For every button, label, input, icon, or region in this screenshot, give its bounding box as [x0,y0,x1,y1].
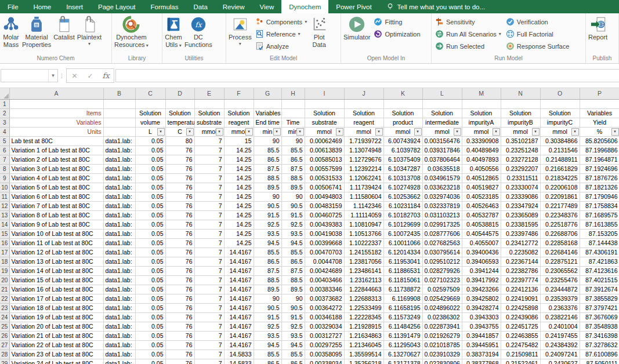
cell-M9[interactable]: 0.40512865 [462,173,501,183]
cell-P17[interactable]: 87.4306191 [580,247,619,257]
cell-K25[interactable]: 6.11484256 [383,322,422,331]
cell-F3[interactable]: reagent [224,118,254,127]
cell-D24[interactable]: 76 [165,312,194,322]
cell-C16[interactable]: 0.05 [135,238,165,247]
cell-C28[interactable]: 0.05 [135,350,165,359]
cell-K13[interactable]: 6.10182703 [383,210,422,220]
cell-A20[interactable]: Variation 15 of Lab test at 80C [9,275,103,285]
cell-A28[interactable]: Variation 23 of Lab test at 80C [9,350,103,359]
cell-I20[interactable]: 0.00403466 [305,275,344,285]
cell-L8[interactable]: 0.03635518 [422,164,462,173]
cell-N13[interactable]: 0.23365089 [501,210,540,220]
row-header-11[interactable]: 11 [0,192,9,201]
cell-G7[interactable]: 86.5 [254,155,281,164]
cell-E12[interactable]: 7 [194,201,224,210]
cell-G12[interactable]: 90.5 [254,201,281,210]
cell-B5[interactable]: data1.lab: [103,136,135,145]
row-header-2[interactable]: 2 [0,108,9,118]
cell-L24[interactable]: 0.02386302 [422,312,462,322]
cell-O29[interactable]: 0.2430627 [540,359,580,364]
cell-D1[interactable] [165,99,194,108]
cell-O26[interactable]: 0.24197455 [540,331,580,340]
cell-A12[interactable]: Variation 7 of Lab test at 80C [9,201,103,210]
cell-B22[interactable]: data1.lab: [103,294,135,303]
ribbon-tab-formulas[interactable]: Formulas [143,0,186,13]
cell-F4[interactable]: mmol▼ [224,127,254,136]
row-header-24[interactable]: 24 [0,312,9,322]
cell-O25[interactable]: 0.2401004 [540,322,580,331]
cell-O21[interactable]: 0.23444872 [540,285,580,294]
cell-N3[interactable]: impurityB [501,118,540,127]
cell-O2[interactable]: Solution [540,108,580,118]
cell-P6[interactable]: 87.1996886 [580,145,619,155]
cell-L20[interactable]: 0.027102323 [422,275,462,285]
cell-H12[interactable]: 90.5 [281,201,305,210]
cell-C21[interactable]: 0.05 [135,285,165,294]
cell-E29[interactable]: 7 [194,359,224,364]
cell-P25[interactable]: 87.3548938 [580,322,619,331]
cell-H25[interactable]: 92.5 [281,322,305,331]
unit-dropdown-button[interactable]: ▼ [296,128,304,136]
cell-G20[interactable]: 88.5 [254,275,281,285]
row-header-16[interactable]: 16 [0,238,9,247]
cell-B8[interactable]: data1.lab: [103,164,135,173]
cell-G27[interactable]: 94.5 [254,340,281,350]
cell-N9[interactable]: 0.23311511 [501,173,540,183]
cell-I1[interactable] [305,99,344,108]
cell-O11[interactable]: 0.22091861 [540,192,580,201]
cell-K29[interactable]: 6.13171378 [383,359,422,364]
cell-J13[interactable]: 1.11114059 [344,210,383,220]
simulator-button[interactable]: Simulator [342,15,371,42]
cell-F12[interactable]: 14.25 [224,201,254,210]
cell-L12[interactable]: 0.032337819 [422,201,462,210]
cell-F26[interactable]: 14.4167 [224,331,254,340]
cell-G15[interactable]: 93.5 [254,229,281,238]
cell-E23[interactable]: 7 [194,303,224,312]
unit-dropdown-button[interactable]: ▼ [454,128,461,136]
cell-I2[interactable]: Solution [305,108,344,118]
cell-A17[interactable]: Variation 12 of Lab test at 80C [9,247,103,257]
cell-H2[interactable] [281,108,305,118]
cell-B4[interactable] [103,127,135,136]
cell-J6[interactable]: 1.13074948 [344,145,383,155]
cell-O3[interactable]: impurityC [540,118,580,127]
cell-F19[interactable]: 14.4167 [224,266,254,275]
cell-C12[interactable]: 0.05 [135,201,165,210]
cell-J22[interactable]: 1.22688313 [344,294,383,303]
cell-M5[interactable]: 0.33390908 [462,136,501,145]
cell-M11[interactable]: 0.40523185 [462,192,501,201]
ribbon-tab-view[interactable]: View [252,0,282,13]
cell-O1[interactable] [540,99,580,108]
cell-G9[interactable]: 88.5 [254,173,281,183]
cell-C8[interactable]: 0.05 [135,164,165,173]
cell-J20[interactable]: 1.23162113 [344,275,383,285]
dc-functions-button[interactable]: fxDCFunctions [183,15,213,49]
cell-C26[interactable]: 0.05 [135,331,165,340]
cell-J7[interactable]: 1.12729676 [344,155,383,164]
unit-dropdown-button[interactable]: ▼ [157,128,165,136]
cell-D29[interactable]: 76 [165,359,194,364]
cell-C13[interactable]: 0.05 [135,210,165,220]
cell-M1[interactable] [462,99,501,108]
cell-D25[interactable]: 76 [165,322,194,331]
cell-K9[interactable]: 6.10313708 [383,173,422,183]
cell-B3[interactable] [103,118,135,127]
cell-M4[interactable]: mmol▼ [462,127,501,136]
cell-I5[interactable]: 0.00062469 [305,136,344,145]
cell-K8[interactable]: 6.10347287 [383,164,422,173]
cell-M8[interactable]: 0.4050556 [462,164,501,173]
cell-C19[interactable]: 0.05 [135,266,165,275]
cell-P23[interactable]: 87.3797421 [580,303,619,312]
cell-I8[interactable]: 0.00557599 [305,164,344,173]
cell-N28[interactable]: 0.21509811 [501,350,540,359]
cell-H28[interactable]: 85.5 [281,350,305,359]
cell-O23[interactable]: 0.2363376 [540,303,580,312]
cell-J28[interactable]: 1.35599514 [344,350,383,359]
cell-L4[interactable]: mmol▼ [422,127,462,136]
cell-A14[interactable]: Variation 9 of Lab test at 80C [9,220,103,229]
cell-M3[interactable]: impurityA [462,118,501,127]
cell-D23[interactable]: 76 [165,303,194,312]
cell-J24[interactable]: 1.22228345 [344,312,383,322]
cell-A2[interactable]: Items [9,108,103,118]
cell-D5[interactable]: 80 [165,136,194,145]
